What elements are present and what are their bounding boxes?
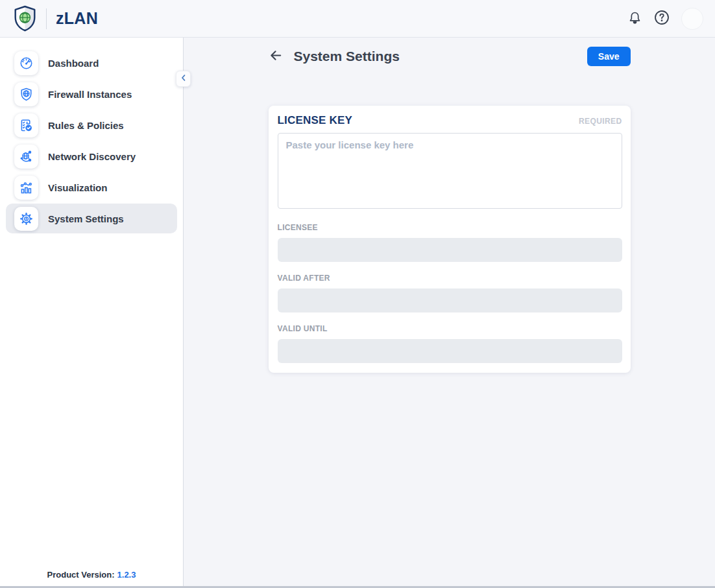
license-key-heading: LICENSE KEY — [278, 114, 353, 127]
page-title: System Settings — [294, 49, 400, 64]
sidebar-item-rules-policies[interactable]: Rules & Policies — [6, 110, 177, 140]
page-header: System Settings Save — [269, 46, 631, 67]
chevron-left-icon — [179, 73, 188, 84]
product-version: Product Version:1.2.3 — [0, 562, 183, 586]
shield-globe-icon — [14, 82, 38, 106]
save-button[interactable]: Save — [587, 47, 631, 66]
network-globe-icon — [14, 145, 38, 169]
license-card-header: LICENSE KEY REQUIRED — [278, 114, 622, 127]
help-icon — [653, 9, 670, 28]
sidebar-item-label: System Settings — [48, 213, 124, 224]
gauge-icon — [14, 51, 38, 75]
sidebar-item-dashboard[interactable]: Dashboard — [6, 48, 177, 78]
chart-icon — [14, 176, 38, 200]
brand-divider — [46, 8, 47, 29]
arrow-left-icon — [269, 48, 284, 65]
sidebar-item-network-discovery[interactable]: Network Discovery — [6, 141, 177, 171]
main-content: System Settings Save LICENSE KEY REQUIRE… — [184, 38, 715, 586]
required-badge: REQUIRED — [579, 117, 622, 126]
sidebar: Dashboard Firewall Instances — [0, 38, 184, 586]
sidebar-item-label: Network Discovery — [48, 151, 136, 162]
sidebar-item-label: Firewall Instances — [48, 89, 132, 100]
app-logo-shield-globe-icon — [13, 5, 37, 32]
valid-until-label: VALID UNTIL — [278, 324, 622, 333]
licensee-label: LICENSEE — [278, 223, 622, 232]
sidebar-nav: Dashboard Firewall Instances — [0, 38, 183, 235]
license-key-textarea[interactable] — [278, 133, 622, 209]
licensee-field — [278, 238, 622, 262]
back-button[interactable] — [269, 48, 284, 65]
brand-name: zLAN — [56, 9, 98, 28]
gear-icon — [14, 207, 38, 231]
valid-after-label: VALID AFTER — [278, 274, 622, 283]
topbar-actions — [627, 8, 703, 30]
sidebar-item-system-settings[interactable]: System Settings — [6, 204, 177, 233]
help-button[interactable] — [653, 9, 670, 28]
topbar: zLAN — [0, 0, 715, 38]
valid-until-field — [278, 339, 622, 363]
sidebar-collapse-button[interactable] — [176, 71, 191, 87]
sidebar-item-visualization[interactable]: Visualization — [6, 172, 177, 202]
license-key-card: LICENSE KEY REQUIRED LICENSEE VALID AFTE… — [269, 106, 631, 373]
checklist-shield-icon — [14, 113, 38, 137]
sidebar-item-label: Dashboard — [48, 58, 99, 69]
sidebar-item-label: Rules & Policies — [48, 120, 124, 131]
avatar[interactable] — [681, 8, 703, 30]
bell-icon — [627, 10, 642, 27]
product-version-label: Product Version: — [47, 570, 115, 580]
sidebar-item-firewall-instances[interactable]: Firewall Instances — [6, 79, 177, 109]
product-version-value: 1.2.3 — [117, 570, 136, 580]
valid-after-field — [278, 288, 622, 312]
notifications-button[interactable] — [627, 10, 642, 27]
sidebar-item-label: Visualization — [48, 182, 107, 193]
